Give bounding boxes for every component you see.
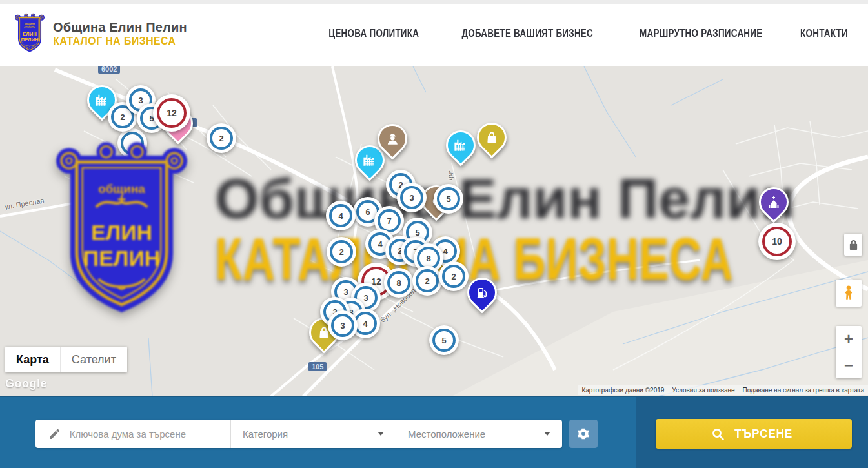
cluster-halo: 12 (153, 94, 190, 132)
street-view-pegman[interactable] (836, 280, 862, 307)
zoom-control: + − (836, 326, 862, 378)
cluster-halo: 2 (207, 123, 236, 153)
cluster-halo: 4 (326, 201, 356, 230)
cluster-halo: 2 (439, 261, 469, 291)
cluster-count: 8 (387, 271, 410, 294)
nav-item[interactable]: МАРШРУТНО РАЗПИСАНИЕ (628, 28, 774, 39)
nav-item-label: ДОБАВЕТЕ ВАШИЯТ БИЗНЕС (461, 28, 593, 39)
keyword-search-input[interactable] (68, 428, 221, 440)
cluster-count: 4 (329, 204, 352, 227)
cluster-halo: 8 (384, 268, 414, 298)
cluster-count: 3 (331, 314, 354, 337)
header: община ЕЛИН ПЕЛИН Община Елин Пелин КАТА… (0, 0, 868, 66)
municipality-crest-icon: община ЕЛИН ПЕЛИН (14, 13, 45, 54)
cluster-count: 3 (400, 186, 423, 209)
lock-icon (849, 239, 858, 250)
nav-item[interactable]: ДОБАВЕТЕ ВАШИЯТ БИЗНЕС (449, 28, 605, 39)
nav-item-label: КОНТАКТИ (800, 28, 848, 39)
pencil-icon (50, 428, 60, 440)
pegman-icon (842, 285, 856, 301)
advanced-settings-button[interactable] (569, 420, 598, 448)
chevron-down-icon (378, 432, 384, 436)
zoom-in-button[interactable]: + (836, 326, 862, 352)
cluster-count: 12 (157, 98, 187, 128)
search-bar: Категория Местоположение ТЪРСЕНЕ (0, 396, 868, 468)
cluster-count: 2 (210, 127, 233, 150)
cluster-halo: 5 (434, 184, 463, 214)
location-select[interactable]: Местоположение (396, 420, 562, 448)
main-nav: ЦЕНОВА ПОЛИТИКАДОБАВЕТЕ ВАШИЯТ БИЗНЕСМАР… (320, 0, 853, 66)
gear-icon (577, 427, 590, 440)
attribution-copyright: Картографски данни ©2019 (578, 387, 668, 394)
attribution-link[interactable]: Условия за ползване (668, 387, 738, 394)
road-badge: 6002 (98, 66, 120, 74)
map-type-control: Карта Сателит (5, 347, 127, 372)
category-select-value: Категория (243, 429, 288, 440)
location-select-value: Местоположение (408, 429, 485, 440)
cluster-halo (117, 128, 147, 158)
cluster-count: 2 (330, 240, 353, 263)
cluster-count (121, 132, 144, 155)
cluster-halo: 10 (758, 223, 796, 260)
cluster-halo: 3 (397, 183, 427, 212)
cluster-halo: 3 (328, 310, 358, 340)
cluster-count: 2 (442, 265, 465, 288)
svg-text:община: община (25, 22, 35, 25)
cluster-halo: 2 (327, 237, 356, 267)
satellite-view-button[interactable]: Сателит (60, 347, 127, 372)
nav-item[interactable]: КОНТАКТИ (796, 28, 853, 39)
google-logo[interactable]: Google (5, 377, 47, 391)
cluster-count: 5 (432, 329, 456, 352)
search-button-label: ТЪРСЕНЕ (734, 427, 792, 441)
map-view-button[interactable]: Карта (5, 347, 60, 372)
svg-text:ПЕЛИН: ПЕЛИН (21, 37, 38, 43)
cluster-count: 5 (437, 187, 460, 210)
page: община ЕЛИН ПЕЛИН Община Елин Пелин КАТА… (0, 0, 868, 468)
map-canvas[interactable]: Община Елин Пелин КАТАЛОГ НА БИЗНЕСА общ… (0, 66, 868, 396)
keyword-segment (35, 420, 230, 448)
site-logo[interactable]: община ЕЛИН ПЕЛИН Община Елин Пелин КАТА… (14, 13, 187, 54)
site-title: Община Елин Пелин (53, 20, 187, 35)
search-icon (712, 428, 724, 440)
chevron-down-icon (544, 432, 550, 436)
cluster-count: 10 (762, 227, 792, 256)
search-button[interactable]: ТЪРСЕНЕ (656, 419, 852, 449)
road-badge: 105 (308, 362, 327, 371)
nav-item-label: ЦЕНОВА ПОЛИТИКА (328, 28, 419, 39)
zoom-out-button[interactable]: − (836, 352, 862, 378)
nav-item[interactable]: ЦЕНОВА ПОЛИТИКА (320, 28, 427, 39)
cluster-halo: 5 (429, 325, 459, 355)
map-attribution: Картографски данни ©2019Условия за ползв… (578, 385, 868, 395)
cluster-halo: 2 (412, 266, 442, 296)
svg-text:ЕЛИН: ЕЛИН (23, 31, 37, 37)
search-input-group: Категория Местоположение (35, 420, 562, 448)
cluster-count: 2 (416, 269, 439, 292)
lock-button[interactable] (844, 234, 862, 256)
site-subtitle: КАТАЛОГ НА БИЗНЕСА (53, 35, 179, 48)
nav-item-label: МАРШРУТНО РАЗПИСАНИЕ (640, 28, 762, 39)
category-select[interactable]: Категория (231, 420, 396, 448)
attribution-link[interactable]: Подаване на сигнал за грешка в картата (739, 387, 868, 394)
